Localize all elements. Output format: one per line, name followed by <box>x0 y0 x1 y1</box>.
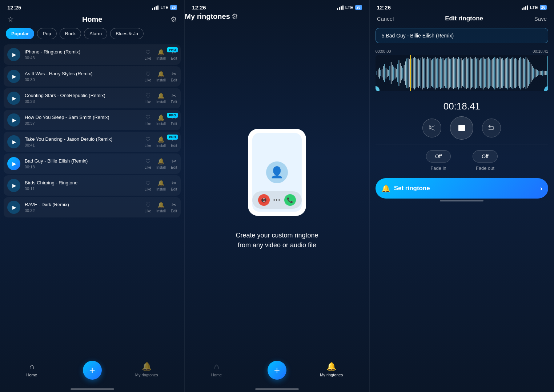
time-end: 00:18.41 <box>533 49 548 53</box>
install-action-3[interactable]: 🔔Install <box>156 92 166 104</box>
play-button-7[interactable]: ▶ <box>7 179 20 192</box>
svg-rect-94 <box>498 59 499 87</box>
svg-rect-30 <box>415 58 416 88</box>
svg-rect-99 <box>505 59 505 88</box>
like-action-7[interactable]: ♡Like <box>145 180 151 191</box>
status-bar-edit: 12:26 LTE 26 <box>370 0 554 12</box>
filter-pop[interactable]: Pop <box>37 28 56 39</box>
scissors-transport-btn[interactable] <box>422 119 441 137</box>
nav-ringtones-label: My ringtones <box>135 373 158 377</box>
install-action-8[interactable]: 🔔Install <box>156 201 166 213</box>
svg-rect-110 <box>519 58 519 88</box>
song-duration-5: 00:41 <box>25 143 145 147</box>
bell-icon: 🔔 <box>157 180 165 187</box>
svg-rect-52 <box>443 60 444 86</box>
svg-rect-39 <box>427 57 427 89</box>
favorites-icon[interactable]: ☆ <box>7 15 14 24</box>
svg-rect-108 <box>516 59 517 87</box>
bell-icon: 🔔 <box>157 92 165 99</box>
avatar: 👤 <box>266 161 288 183</box>
stop-button[interactable] <box>450 116 473 140</box>
play-button-1[interactable]: ▶ <box>7 48 20 61</box>
ringtone-list: ▶ iPhone - Ringtone (Remix) 00:43 ♡Like … <box>0 44 184 358</box>
play-button-4[interactable]: ▶ <box>7 113 20 127</box>
nav-home-ringtones[interactable]: ⌂ Home <box>211 362 222 377</box>
svg-rect-100 <box>506 58 507 88</box>
settings-icon-ringtones[interactable]: ⚙ <box>232 12 238 21</box>
install-action-1[interactable]: 🔔Install <box>156 49 166 60</box>
playhead <box>410 55 411 91</box>
pro-badge: PRO <box>167 47 178 52</box>
bell-icon: 🔔 <box>157 136 165 143</box>
install-action-7[interactable]: 🔔Install <box>156 180 166 191</box>
waveform[interactable] <box>376 55 548 91</box>
svg-rect-97 <box>502 58 503 88</box>
like-action-3[interactable]: ♡Like <box>145 92 151 104</box>
current-time: 00:18.41 <box>370 101 554 112</box>
battery-badge-home: 26 <box>170 5 177 10</box>
svg-rect-103 <box>510 59 510 87</box>
svg-rect-114 <box>524 59 525 87</box>
fade-out-toggle[interactable]: Off <box>473 150 497 163</box>
filter-blues[interactable]: Blues & Ja <box>110 28 144 39</box>
like-action-8[interactable]: ♡Like <box>145 201 151 213</box>
save-button[interactable]: Save <box>534 16 547 22</box>
edit-action-7[interactable]: ✂Edit <box>171 180 177 191</box>
undo-button[interactable] <box>482 119 501 137</box>
set-ringtone-button[interactable]: 🔔 Set ringtone › <box>376 178 548 199</box>
like-action-4[interactable]: ♡Like <box>145 114 151 126</box>
signal-icon <box>152 5 158 10</box>
song-actions-3: ♡Like 🔔Install ✂Edit <box>145 92 177 104</box>
svg-rect-85 <box>486 58 487 88</box>
svg-rect-59 <box>453 57 453 89</box>
bell-icon: 🔔 <box>157 71 165 77</box>
lte-label-2: LTE <box>345 5 353 10</box>
svg-rect-49 <box>440 57 441 89</box>
svg-rect-124 <box>537 70 538 76</box>
ringtones-title: My ringtones <box>185 12 230 20</box>
nav-home[interactable]: ⌂ Home <box>27 362 37 377</box>
svg-rect-24 <box>408 58 408 88</box>
install-action-5[interactable]: 🔔Install <box>156 136 166 148</box>
play-icon: ▶ <box>12 204 16 210</box>
svg-rect-22 <box>405 61 405 85</box>
song-title-3: Counting Stars - OneRepublic (Remix) <box>25 93 145 99</box>
fade-in-toggle[interactable]: Off <box>426 150 451 163</box>
filter-popular[interactable]: Popular <box>6 28 34 39</box>
settings-icon[interactable]: ⚙ <box>170 15 177 24</box>
svg-rect-0 <box>376 71 377 75</box>
like-action-1[interactable]: ♡Like <box>145 49 151 60</box>
play-button-5[interactable]: ▶ <box>7 135 20 148</box>
svg-rect-88 <box>490 60 491 86</box>
filter-rock[interactable]: Rock <box>60 28 81 39</box>
heart-icon: ♡ <box>145 201 150 208</box>
svg-rect-29 <box>414 57 414 89</box>
like-action-6[interactable]: ♡Like <box>145 158 151 169</box>
play-button-8[interactable]: ▶ <box>7 201 20 214</box>
edit-action-2[interactable]: ✂Edit <box>171 71 177 82</box>
install-action-4[interactable]: 🔔Install <box>156 114 166 126</box>
filter-tabs: Popular Pop Rock Alarm Blues & Ja <box>0 28 184 44</box>
svg-rect-55 <box>447 57 448 89</box>
play-button-3[interactable]: ▶ <box>7 92 20 105</box>
edit-action-8[interactable]: ✂Edit <box>171 201 177 213</box>
divider <box>376 144 548 144</box>
filter-alarm[interactable]: Alarm <box>84 28 107 39</box>
like-action-2[interactable]: ♡Like <box>145 71 151 82</box>
edit-action-3[interactable]: ✂Edit <box>171 92 177 104</box>
nav-ringtones-home[interactable]: 🔔 My ringtones <box>135 362 158 377</box>
play-button-6[interactable]: ▶ <box>7 157 20 170</box>
svg-rect-76 <box>475 57 475 89</box>
install-action-6[interactable]: 🔔Install <box>156 158 166 169</box>
person-icon: 👤 <box>270 166 284 179</box>
play-button-2[interactable]: ▶ <box>7 70 20 83</box>
nav-ringtones-2[interactable]: 🔔 My ringtones <box>320 362 343 377</box>
svg-rect-60 <box>454 59 455 88</box>
svg-rect-40 <box>428 59 429 88</box>
edit-action-6[interactable]: ✂Edit <box>171 158 177 169</box>
empty-description: Create your custom ringtonefrom any vide… <box>236 231 318 250</box>
install-action-2[interactable]: 🔔Install <box>156 71 166 82</box>
cancel-button[interactable]: Cancel <box>377 16 394 22</box>
like-action-5[interactable]: ♡Like <box>145 136 151 148</box>
svg-rect-119 <box>530 64 531 82</box>
